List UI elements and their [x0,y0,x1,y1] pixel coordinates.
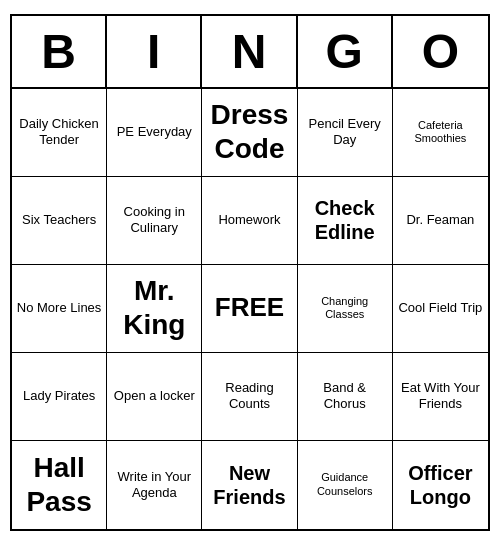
bingo-cell-6: Cooking in Culinary [107,177,202,265]
bingo-cell-10: No More Lines [12,265,107,353]
bingo-cell-18: Band & Chorus [298,353,393,441]
bingo-card: BINGO Daily Chicken TenderPE EverydayDre… [10,14,490,531]
bingo-cell-21: Write in Your Agenda [107,441,202,529]
bingo-letter-o: O [393,16,488,87]
bingo-letter-b: B [12,16,107,87]
bingo-grid: Daily Chicken TenderPE EverydayDress Cod… [12,89,488,529]
bingo-cell-24: Officer Longo [393,441,488,529]
bingo-cell-4: Cafeteria Smoothies [393,89,488,177]
bingo-cell-15: Lady Pirates [12,353,107,441]
bingo-letter-i: I [107,16,202,87]
bingo-cell-3: Pencil Every Day [298,89,393,177]
bingo-cell-0: Daily Chicken Tender [12,89,107,177]
bingo-cell-5: Six Teachers [12,177,107,265]
bingo-cell-11: Mr. King [107,265,202,353]
bingo-letter-n: N [202,16,297,87]
bingo-cell-22: New Friends [202,441,297,529]
bingo-cell-23: Guidance Counselors [298,441,393,529]
bingo-cell-20: Hall Pass [12,441,107,529]
bingo-cell-13: Changing Classes [298,265,393,353]
bingo-cell-1: PE Everyday [107,89,202,177]
bingo-header: BINGO [12,16,488,89]
bingo-cell-2: Dress Code [202,89,297,177]
bingo-cell-12: FREE [202,265,297,353]
bingo-cell-14: Cool Field Trip [393,265,488,353]
bingo-cell-7: Homework [202,177,297,265]
bingo-cell-19: Eat With Your Friends [393,353,488,441]
bingo-letter-g: G [298,16,393,87]
bingo-cell-16: Open a locker [107,353,202,441]
bingo-cell-17: Reading Counts [202,353,297,441]
bingo-cell-8: Check Edline [298,177,393,265]
bingo-cell-9: Dr. Feaman [393,177,488,265]
